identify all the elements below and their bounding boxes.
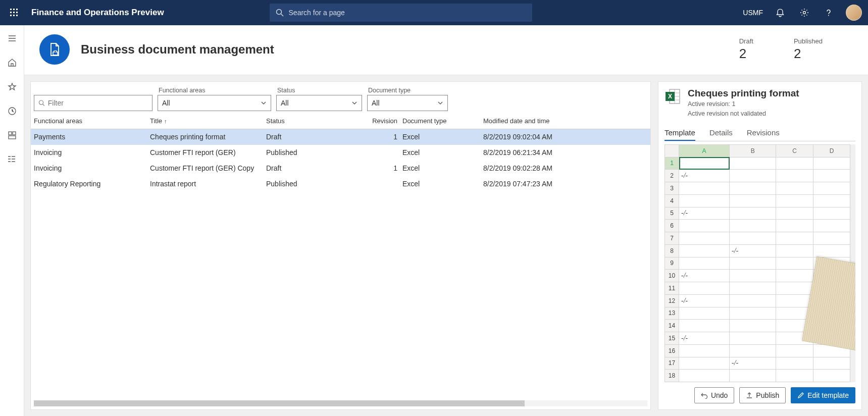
home-icon[interactable] [4, 55, 20, 71]
sheet-row-header[interactable]: 8 [665, 244, 679, 257]
sheet-cell[interactable] [813, 357, 850, 370]
sheet-row-header[interactable]: 6 [665, 220, 679, 232]
sheet-cell[interactable] [813, 207, 850, 220]
col-header-fa[interactable]: Functional areas [34, 117, 150, 125]
sheet-row-header[interactable]: 16 [665, 344, 679, 357]
sheet-row-header[interactable]: 7 [665, 232, 679, 245]
sheet-row-header[interactable]: 2 [665, 170, 679, 182]
sheet-cell[interactable] [679, 344, 730, 357]
sheet-cell[interactable] [679, 257, 730, 270]
undo-button[interactable]: Undo [694, 387, 734, 403]
sheet-cell[interactable] [730, 170, 776, 182]
sheet-cell[interactable] [730, 320, 776, 332]
sheet-row-header[interactable]: 3 [665, 182, 679, 195]
sheet-col-header[interactable]: A [679, 144, 730, 157]
waffle-icon[interactable] [6, 5, 22, 21]
filter-input-wrap[interactable] [34, 95, 152, 111]
doctype-dropdown[interactable]: All [367, 95, 448, 111]
sheet-cell[interactable] [776, 270, 813, 282]
sheet-cell[interactable] [730, 257, 776, 270]
sheet-cell[interactable] [730, 282, 776, 295]
sheet-cell[interactable] [730, 220, 776, 232]
gear-icon[interactable] [797, 6, 811, 20]
edit-template-button[interactable]: Edit template [791, 387, 855, 403]
sheet-cell[interactable]: -/- [679, 207, 730, 220]
sheet-cell[interactable] [813, 157, 850, 170]
sheet-cell[interactable] [679, 370, 730, 382]
sheet-cell[interactable] [730, 307, 776, 320]
status-dropdown[interactable]: All [276, 95, 362, 111]
table-row[interactable]: InvoicingCustomer FTI report (GER) CopyD… [31, 161, 650, 176]
sheet-cell[interactable] [730, 332, 776, 345]
sheet-cell[interactable] [776, 170, 813, 182]
notifications-icon[interactable] [773, 6, 787, 20]
sheet-row-header[interactable]: 13 [665, 307, 679, 320]
sheet-row-header[interactable]: 15 [665, 332, 679, 345]
sheet-cell[interactable] [776, 244, 813, 257]
table-row[interactable]: Regulatory ReportingIntrastat reportPubl… [31, 176, 650, 192]
sheet-cell[interactable] [679, 194, 730, 207]
sheet-cell[interactable] [730, 370, 776, 382]
sheet-cell[interactable] [776, 370, 813, 382]
col-header-modified[interactable]: Modified date and time [483, 117, 584, 125]
sheet-row-header[interactable]: 10 [665, 270, 679, 282]
sheet-cell[interactable] [679, 220, 730, 232]
fa-dropdown[interactable]: All [158, 95, 271, 111]
sheet-cell[interactable] [776, 194, 813, 207]
sheet-cell[interactable]: -/- [730, 244, 776, 257]
sheet-row-header[interactable]: 14 [665, 320, 679, 332]
filter-input[interactable] [48, 99, 148, 107]
col-header-status[interactable]: Status [266, 117, 362, 125]
help-icon[interactable] [822, 6, 836, 20]
sheet-cell[interactable] [813, 232, 850, 245]
favorites-icon[interactable] [4, 79, 20, 95]
sheet-cell[interactable] [730, 294, 776, 307]
workspaces-icon[interactable] [4, 127, 20, 143]
tab-template[interactable]: Template [665, 125, 695, 141]
sheet-row-header[interactable]: 12 [665, 294, 679, 307]
sheet-row-header[interactable]: 4 [665, 194, 679, 207]
sheet-cell[interactable] [776, 344, 813, 357]
sheet-cell[interactable]: -/- [730, 357, 776, 370]
sheet-cell[interactable]: -/- [679, 270, 730, 282]
sheet-cell[interactable] [776, 207, 813, 220]
sheet-cell[interactable] [813, 244, 850, 257]
sheet-col-header[interactable]: B [730, 144, 776, 157]
sheet-cell[interactable] [730, 232, 776, 245]
sheet-preview[interactable]: ABCD12-/-345-/-678-/-910-/-1112-/-131415… [665, 144, 855, 382]
modules-icon[interactable] [4, 151, 20, 168]
sheet-cell[interactable] [679, 320, 730, 332]
sheet-col-header[interactable]: C [776, 144, 813, 157]
sheet-cell[interactable] [813, 194, 850, 207]
sheet-col-header[interactable]: D [813, 144, 850, 157]
sheet-cell[interactable]: -/- [679, 170, 730, 182]
table-row[interactable]: InvoicingCustomer FTI report (GER)Publis… [31, 145, 650, 161]
company-label[interactable]: USMF [743, 9, 763, 17]
sheet-cell[interactable] [776, 357, 813, 370]
sheet-cell[interactable] [679, 244, 730, 257]
sheet-cell[interactable] [813, 220, 850, 232]
sheet-row-header[interactable]: 1 [665, 157, 679, 170]
sheet-cell[interactable] [813, 370, 850, 382]
col-header-title[interactable]: Title↑ [150, 117, 266, 125]
sheet-row-header[interactable]: 9 [665, 257, 679, 270]
avatar[interactable] [846, 5, 862, 21]
sheet-cell[interactable] [730, 182, 776, 195]
sheet-cell[interactable] [776, 294, 813, 307]
table-row[interactable]: PaymentsCheques printing formatDraft1Exc… [31, 129, 650, 145]
sheet-cell[interactable] [679, 232, 730, 245]
sheet-cell[interactable] [679, 307, 730, 320]
sheet-cell[interactable] [776, 257, 813, 270]
sheet-row-header[interactable]: 5 [665, 207, 679, 220]
sheet-cell[interactable] [679, 182, 730, 195]
search-input[interactable] [289, 9, 526, 17]
sheet-cell[interactable] [776, 282, 813, 295]
sheet-cell[interactable] [776, 220, 813, 232]
sheet-cell[interactable] [813, 170, 850, 182]
sheet-cell[interactable]: -/- [679, 332, 730, 345]
sheet-cell[interactable] [730, 207, 776, 220]
stat-draft[interactable]: Draft 2 [739, 37, 753, 62]
publish-button[interactable]: Publish [739, 387, 786, 403]
sheet-cell[interactable] [730, 344, 776, 357]
sheet-cell[interactable] [679, 157, 730, 170]
